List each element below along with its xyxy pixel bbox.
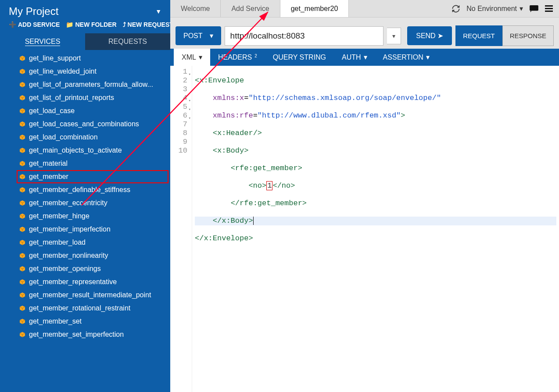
package-icon (19, 213, 25, 219)
refresh-button[interactable] (452, 4, 460, 13)
caret-down-icon: ▾ (426, 53, 430, 61)
tab-add-service[interactable]: Add Service (221, 0, 280, 17)
service-label: get_member_imperfection (29, 225, 111, 233)
package-icon (19, 55, 25, 61)
service-item-get_member_imperfection[interactable]: get_member_imperfection (0, 223, 170, 236)
package-icon (19, 160, 25, 167)
send-button[interactable]: SEND ➤ (407, 26, 452, 45)
service-item-get_member_nonlinearity[interactable]: get_member_nonlinearity (0, 249, 170, 262)
fold-icon[interactable]: ▾ (189, 96, 191, 105)
service-item-get_member_hinge[interactable]: get_member_hinge (0, 210, 170, 223)
environment-dropdown[interactable]: No Environment ▾ (466, 4, 523, 13)
subtab-headers[interactable]: HEADERS2 (210, 49, 265, 66)
fold-icon[interactable]: ▾ (189, 105, 191, 114)
service-label: get_member_eccentricity (29, 199, 108, 207)
line-gutter: 1▾ 2 3 4▾ 5▾ 6▾ 7 8 9 10 (170, 66, 192, 392)
text-cursor (253, 217, 254, 225)
service-item-get_line_support[interactable]: get_line_support (0, 52, 170, 65)
package-icon (19, 68, 25, 75)
package-icon (19, 134, 25, 140)
request-subtabs: XML▾ HEADERS2 QUERY STRING AUTH▾ ASSERTI… (170, 49, 559, 66)
package-icon (19, 121, 25, 127)
chat-icon (529, 5, 539, 13)
subtab-xml[interactable]: XML▾ (174, 49, 210, 66)
tab-services[interactable]: SERVICES (0, 33, 85, 50)
package-icon (19, 239, 25, 246)
service-list[interactable]: get_line_supportget_line_welded_jointget… (0, 50, 170, 392)
add-service-label: ADD SERVICE (18, 21, 60, 28)
new-folder-button[interactable]: 📁 NEW FOLDER (66, 21, 116, 28)
menu-icon (545, 5, 553, 12)
url-history-dropdown[interactable]: ▾ (387, 28, 401, 44)
service-label: get_line_welded_joint (29, 68, 97, 75)
subtab-assertion[interactable]: ASSERTION▾ (375, 49, 437, 66)
request-bar: POST ▾ ▾ SEND ➤ REQUEST RESPONSE (170, 18, 559, 49)
service-label: get_load_combination (29, 133, 98, 141)
package-icon (19, 253, 25, 259)
package-icon (19, 226, 25, 232)
subtab-auth[interactable]: AUTH▾ (334, 49, 375, 66)
request-tab[interactable]: REQUEST (455, 25, 502, 46)
top-bar: Welcome Add Service get_member20 No Envi… (170, 0, 559, 18)
service-item-get_list_of_printout_reports[interactable]: get_list_of_printout_reports (0, 91, 170, 104)
service-item-get_line_welded_joint[interactable]: get_line_welded_joint (0, 65, 170, 78)
service-item-get_member_load[interactable]: get_member_load (0, 236, 170, 249)
service-item-get_member_representative[interactable]: get_member_representative (0, 275, 170, 289)
tab-welcome[interactable]: Welcome (170, 0, 221, 17)
fold-icon[interactable]: ▾ (189, 114, 191, 123)
request-response-toggle: REQUEST RESPONSE (455, 25, 554, 46)
url-input[interactable] (225, 26, 384, 46)
service-label: get_load_case (29, 107, 75, 115)
service-label: get_member_definable_stiffness (29, 186, 130, 194)
service-label: get_member_nonlinearity (29, 252, 108, 260)
service-item-get_material[interactable]: get_material (0, 157, 170, 170)
service-item-get_member_rotational_restraint[interactable]: get_member_rotational_restraint (0, 302, 170, 315)
project-header[interactable]: My Project ▼ (0, 0, 170, 19)
subtab-query-string[interactable]: QUERY STRING (265, 49, 334, 66)
service-item-get_member_result_intermediate_point[interactable]: get_member_result_intermediate_point (0, 289, 170, 302)
feedback-button[interactable] (529, 5, 539, 13)
new-folder-label: NEW FOLDER (75, 21, 116, 28)
service-label: get_member_set (29, 317, 82, 325)
main-tabs: Welcome Add Service get_member20 (170, 0, 445, 17)
new-request-button[interactable]: ⤴ NEW REQUEST (123, 21, 173, 28)
service-item-get_load_combination[interactable]: get_load_combination (0, 131, 170, 144)
tab-requests[interactable]: REQUESTS (85, 33, 170, 50)
svg-rect-0 (530, 5, 538, 11)
add-service-button[interactable]: ➕ ADD SERVICE (9, 21, 60, 28)
fold-icon[interactable]: ▾ (189, 70, 191, 79)
package-icon (19, 108, 25, 114)
menu-button[interactable] (545, 5, 553, 12)
refresh-icon (452, 4, 460, 13)
svg-rect-1 (545, 5, 553, 7)
sidebar-tabs: SERVICES REQUESTS (0, 33, 170, 50)
package-icon (19, 305, 25, 311)
package-icon (19, 82, 25, 88)
service-label: get_member_set_imperfection (29, 331, 124, 339)
caret-down-icon: ▾ (210, 32, 213, 40)
service-item-get_member[interactable]: get_member (17, 170, 168, 183)
service-item-get_member_set[interactable]: get_member_set (0, 315, 170, 328)
service-item-get_member_openings[interactable]: get_member_openings (0, 262, 170, 275)
package-icon (19, 318, 25, 324)
service-item-get_member_set_imperfection[interactable]: get_member_set_imperfection (0, 328, 170, 341)
caret-down-icon: ▾ (199, 53, 202, 61)
method-dropdown[interactable]: POST ▾ (176, 26, 221, 45)
service-item-get_list_of_parameters_formula_allow...[interactable]: get_list_of_parameters_formula_allow... (0, 78, 170, 91)
service-label: get_main_objects_to_activate (29, 146, 122, 154)
package-icon (19, 292, 25, 298)
tab-active-request[interactable]: get_member20 (280, 0, 349, 17)
service-item-get_member_eccentricity[interactable]: get_member_eccentricity (0, 196, 170, 210)
service-item-get_main_objects_to_activate[interactable]: get_main_objects_to_activate (0, 144, 170, 157)
headers-count: 2 (254, 53, 257, 58)
code-editor[interactable]: 1▾ 2 3 4▾ 5▾ 6▾ 7 8 9 10 <x:Envelope xml… (170, 66, 559, 392)
project-title: My Project (9, 5, 58, 18)
package-icon (19, 187, 25, 193)
service-label: get_material (29, 160, 68, 167)
service-item-get_member_definable_stiffness[interactable]: get_member_definable_stiffness (0, 183, 170, 196)
service-label: get_member_load (29, 239, 86, 246)
service-item-get_load_case[interactable]: get_load_case (0, 104, 170, 118)
code-body[interactable]: <x:Envelope xmlns:x="http://schemas.xmls… (192, 66, 559, 392)
service-item-get_load_cases_and_combinations[interactable]: get_load_cases_and_combinations (0, 118, 170, 131)
response-tab[interactable]: RESPONSE (502, 25, 554, 46)
